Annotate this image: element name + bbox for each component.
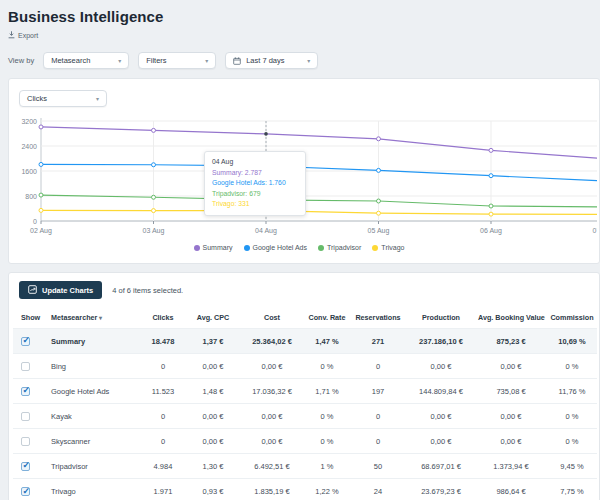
view-by-label: View by xyxy=(8,56,34,65)
chevron-down-icon: ▾ xyxy=(118,58,121,64)
column-header-metasearcher[interactable]: Metasearcher ▾ xyxy=(43,308,139,329)
cell-conv-rate: 0 % xyxy=(305,404,349,429)
legend-item[interactable]: Trivago xyxy=(372,244,404,251)
cell-avg-booking-value: 0,00 € xyxy=(475,404,547,429)
cell-reservations: 271 xyxy=(349,329,407,354)
data-point xyxy=(489,148,493,152)
cell-clicks: 11.523 xyxy=(139,379,187,404)
metasearch-dropdown[interactable]: Metasearch ▾ xyxy=(43,52,129,69)
table-row: Tripadvisor4.9841,30 €6.492,51 €1 %5068.… xyxy=(13,454,597,479)
cell-clicks: 0 xyxy=(139,429,187,454)
update-charts-label: Update Charts xyxy=(42,286,93,295)
date-range-dropdown[interactable]: Last 7 days ▾ xyxy=(225,52,318,69)
x-tick-label: 03 Aug xyxy=(143,227,165,235)
row-checkbox[interactable] xyxy=(21,487,30,496)
metasearcher-name: Tripadvisor xyxy=(43,454,139,479)
metasearcher-name: Summary xyxy=(43,329,139,354)
cell-cost: 17.036,32 € xyxy=(239,379,305,404)
data-point xyxy=(39,193,43,197)
metasearch-dropdown-value: Metasearch xyxy=(51,56,90,65)
filters-dropdown-value: Filters xyxy=(146,56,166,65)
cell-production: 237.186,10 € xyxy=(407,329,475,354)
data-point xyxy=(489,212,493,216)
table-row: Trivago1.9710,93 €1.835,19 €1,22 %2423.6… xyxy=(13,479,597,500)
update-charts-button[interactable]: Update Charts xyxy=(19,281,102,299)
download-icon xyxy=(8,31,15,40)
cell-cost: 1.835,19 € xyxy=(239,479,305,500)
table-row: Skyscanner00,00 €0,00 €0 %00,00 €0,00 €0… xyxy=(13,429,597,454)
data-point xyxy=(377,168,381,172)
table-body: Summary18.4781,37 €25.364,02 €1,47 %2712… xyxy=(13,329,597,500)
cell-avg-booking-value: 0,00 € xyxy=(475,429,547,454)
cell-avg-cpc: 0,00 € xyxy=(187,429,239,454)
metric-dropdown-value: Clicks xyxy=(27,94,47,103)
column-header-reservations: Reservations xyxy=(349,308,407,329)
y-tick-label: 1600 xyxy=(21,168,37,175)
row-checkbox[interactable] xyxy=(21,462,30,471)
legend-item[interactable]: Summary xyxy=(194,244,233,251)
table-row: Google Hotel Ads11.5231,48 €17.036,32 €1… xyxy=(13,379,597,404)
row-checkbox[interactable] xyxy=(21,412,30,421)
tooltip-line: Trivago: 331 xyxy=(212,199,298,210)
tooltip-line: Google Hotel Ads: 1.760 xyxy=(212,178,298,189)
row-checkbox[interactable] xyxy=(21,387,30,396)
legend-dot-icon xyxy=(194,245,200,251)
cell-cost: 6.492,51 € xyxy=(239,454,305,479)
legend-dot-icon xyxy=(372,245,378,251)
cell-avg-booking-value: 875,23 € xyxy=(475,329,547,354)
cell-reservations: 50 xyxy=(349,454,407,479)
data-point xyxy=(152,163,156,167)
column-header-clicks: Clicks xyxy=(139,308,187,329)
metric-dropdown[interactable]: Clicks ▾ xyxy=(19,90,107,107)
cell-conv-rate: 1,71 % xyxy=(305,379,349,404)
cell-commission: 11,76 % xyxy=(547,379,597,404)
legend-item[interactable]: Google Hotel Ads xyxy=(244,244,307,251)
legend-dot-icon xyxy=(244,245,250,251)
metasearcher-name: Skyscanner xyxy=(43,429,139,454)
calendar-icon xyxy=(233,57,241,65)
metasearcher-name: Google Hotel Ads xyxy=(43,379,139,404)
cell-reservations: 197 xyxy=(349,379,407,404)
y-tick-label: 800 xyxy=(25,193,37,200)
cell-cost: 25.364,02 € xyxy=(239,329,305,354)
table-row: Kayak00,00 €0,00 €0 %00,00 €0,00 €0 % xyxy=(13,404,597,429)
cell-conv-rate: 1,22 % xyxy=(305,479,349,500)
legend-dot-icon xyxy=(318,245,324,251)
row-checkbox[interactable] xyxy=(21,337,30,346)
metasearcher-name: Kayak xyxy=(43,404,139,429)
cell-commission: 0 % xyxy=(547,404,597,429)
filters-dropdown[interactable]: Filters ▾ xyxy=(138,52,216,69)
column-header-production: Production xyxy=(407,308,475,329)
cell-avg-booking-value: 986,64 € xyxy=(475,479,547,500)
cell-conv-rate: 0 % xyxy=(305,429,349,454)
cell-conv-rate: 1,47 % xyxy=(305,329,349,354)
export-button[interactable]: Export xyxy=(8,31,38,40)
legend-item[interactable]: Tripadvisor xyxy=(318,244,361,251)
metasearcher-name: Trivago xyxy=(43,479,139,500)
cell-production: 0,00 € xyxy=(407,404,475,429)
cell-reservations: 0 xyxy=(349,354,407,379)
column-header-avg-cpc: Avg. CPC xyxy=(187,308,239,329)
tooltip-line: Summary: 2.787 xyxy=(212,168,298,179)
table-header-row: ShowMetasearcher ▾ClicksAvg. CPCCostConv… xyxy=(13,308,597,329)
cell-production: 0,00 € xyxy=(407,429,475,454)
y-tick-label: 2400 xyxy=(21,143,37,150)
metasearcher-name: Bing xyxy=(43,354,139,379)
cell-cost: 0,00 € xyxy=(239,404,305,429)
cell-reservations: 24 xyxy=(349,479,407,500)
page-title: Business Intelligence xyxy=(8,8,592,25)
x-tick-label: 07 Aug xyxy=(593,227,597,235)
row-checkbox[interactable] xyxy=(21,437,30,446)
data-point xyxy=(152,209,156,213)
cell-commission: 0 % xyxy=(547,354,597,379)
tooltip-line: Tripadvisor: 679 xyxy=(212,189,298,200)
metasearcher-table: ShowMetasearcher ▾ClicksAvg. CPCCostConv… xyxy=(13,308,597,500)
column-header-conv-rate: Conv. Rate xyxy=(305,308,349,329)
chevron-down-icon: ▾ xyxy=(307,58,310,64)
legend-label: Summary xyxy=(203,244,233,251)
cell-avg-cpc: 1,48 € xyxy=(187,379,239,404)
cell-cost: 0,00 € xyxy=(239,429,305,454)
data-point xyxy=(489,174,493,178)
clicks-chart[interactable]: 080016002400320002 Aug03 Aug04 Aug05 Aug… xyxy=(19,117,597,239)
row-checkbox[interactable] xyxy=(21,362,30,371)
